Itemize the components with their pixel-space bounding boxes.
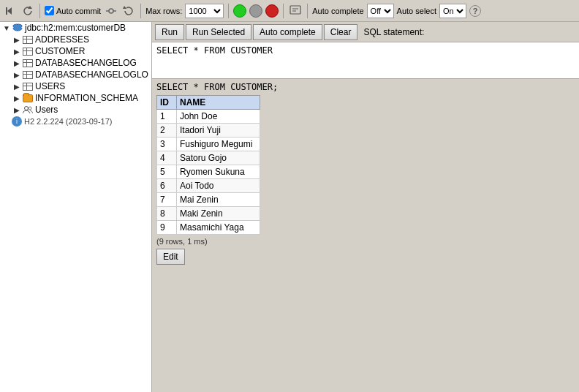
cell-id: 5 [157, 165, 177, 179]
info-schema-expander: ▶ [12, 94, 22, 102]
table-row: 2Itadori Yuji [157, 124, 260, 137]
stop-btn-red[interactable] [265, 4, 279, 18]
auto-commit-label: Auto commit [56, 7, 101, 15]
db-label: jdbc:h2:mem:customerDB [25, 23, 126, 33]
auto-select-select[interactable]: On Off [439, 4, 466, 18]
db-node[interactable]: ▼ jdbc:h2:mem:customerDB [0, 22, 151, 34]
sep1 [39, 4, 40, 18]
svg-point-10 [25, 107, 29, 110]
cell-name: Aoi Todo [177, 179, 260, 193]
sql-query-text: SELECT * FROM CUSTOMER [156, 45, 273, 56]
sep2 [140, 4, 141, 18]
back-icon[interactable] [3, 4, 18, 18]
addresses-label: ADDRESSES [35, 34, 89, 45]
col-header-name: NAME [177, 96, 260, 110]
table-row: 3Fushiguro Megumi [157, 137, 260, 151]
addresses-expander: ▶ [12, 36, 22, 44]
cell-id: 6 [157, 179, 177, 193]
edit-button[interactable]: Edit [156, 249, 185, 265]
sql-statement-label: SQL statement: [363, 27, 424, 37]
cell-id: 9 [157, 221, 177, 235]
results-info: (9 rows, 1 ms) [156, 237, 575, 246]
tree-item-addresses[interactable]: ▶ ADDRESSES [0, 34, 151, 45]
cell-name: Satoru Gojo [177, 151, 260, 165]
run-selected-button[interactable]: Run Selected [186, 24, 251, 40]
cell-name: Fushiguro Megumi [177, 137, 260, 151]
svg-point-11 [29, 107, 31, 110]
help-icon[interactable]: ? [469, 5, 481, 17]
dbchangelog-label: DATABASECHANGELOG [35, 58, 137, 68]
main-area: ▼ jdbc:h2:mem:customerDB ▶ ADDRESSES ▶ [0, 22, 579, 392]
users-node-expander: ▶ [12, 106, 22, 114]
run-btn-gray[interactable] [249, 4, 262, 18]
table-icon-dbchangelog [22, 58, 34, 68]
table-row: 7Mai Zenin [157, 193, 260, 207]
version-icon: i [12, 116, 22, 127]
cell-id: 4 [157, 151, 177, 165]
tree-item-info-schema[interactable]: ▶ INFORMATION_SCHEMA [0, 92, 151, 104]
rollback-icon[interactable] [121, 4, 136, 18]
cell-id: 7 [157, 193, 177, 207]
clear-button[interactable]: Clear [324, 24, 358, 40]
export-icon[interactable] [288, 4, 303, 18]
tree-item-users-table[interactable]: ▶ USERS [0, 80, 151, 92]
table-row: 8Maki Zenin [157, 207, 260, 221]
users-node-label: Users [35, 105, 58, 115]
svg-marker-5 [123, 6, 126, 9]
table-row: 6Aoi Todo [157, 179, 260, 193]
dbchangeloglo-label: DATABASECHANGELOGLO [35, 69, 148, 80]
svg-point-2 [109, 9, 113, 13]
cell-name: Maki Zenin [177, 207, 260, 221]
cell-id: 8 [157, 207, 177, 221]
sql-editor[interactable]: SELECT * FROM CUSTOMER [152, 42, 579, 79]
table-icon-users [22, 81, 34, 91]
sep3 [228, 4, 229, 18]
auto-complete-button[interactable]: Auto complete [253, 24, 322, 40]
results-query: SELECT * FROM CUSTOMER; [156, 82, 575, 92]
svg-rect-6 [290, 6, 300, 14]
cell-name: John Doe [177, 110, 260, 124]
main-toolbar: Auto commit Max rows: 1000 500 100 10000… [0, 0, 579, 22]
commit-icon[interactable] [104, 4, 118, 18]
results-table: ID NAME 1John Doe2Itadori Yuji3Fushiguro… [156, 95, 260, 235]
tree-item-users-node[interactable]: ▶ Users [0, 104, 151, 116]
tree-item-dbchangeloglo[interactable]: ▶ DATABASECHANGELOGLO [0, 69, 151, 80]
db-expander: ▼ [1, 24, 12, 32]
db-icon [12, 23, 23, 33]
max-rows-label: Max rows: [145, 7, 182, 15]
table-row: 1John Doe [157, 110, 260, 124]
folder-icon-info-schema [22, 93, 34, 103]
results-area: SELECT * FROM CUSTOMER; ID NAME 1John Do… [152, 79, 579, 392]
tree-item-customer[interactable]: ▶ CUSTOMER [0, 45, 151, 57]
sql-toolbar: Run Run Selected Auto complete Clear SQL… [152, 22, 579, 42]
table-icon-dbchangeloglo [22, 69, 34, 80]
cell-name: Itadori Yuji [177, 124, 260, 137]
refresh-icon[interactable] [20, 4, 35, 18]
cell-id: 3 [157, 137, 177, 151]
cell-id: 1 [157, 110, 177, 124]
run-btn-green[interactable] [233, 4, 246, 18]
dbchangelog-expander: ▶ [12, 59, 22, 67]
customer-label: CUSTOMER [35, 46, 85, 56]
run-button[interactable]: Run [155, 24, 184, 40]
table-row: 4Satoru Gojo [157, 151, 260, 165]
users-table-expander: ▶ [12, 83, 22, 91]
table-row: 9Masamichi Yaga [157, 221, 260, 235]
tree-item-dbchangelog[interactable]: ▶ DATABASECHANGELOG [0, 57, 151, 69]
table-icon-customer [22, 46, 34, 56]
left-panel: ▼ jdbc:h2:mem:customerDB ▶ ADDRESSES ▶ [0, 22, 152, 392]
cell-name: Mai Zenin [177, 193, 260, 207]
cell-name: Masamichi Yaga [177, 221, 260, 235]
auto-commit-checkbox[interactable] [45, 6, 54, 15]
max-rows-select[interactable]: 1000 500 100 10000 [185, 4, 224, 18]
version-item: i H2 2.2.224 (2023-09-17) [0, 116, 151, 127]
table-row: 5Ryomen Sukuna [157, 165, 260, 179]
auto-complete-select[interactable]: Off On [367, 4, 394, 18]
auto-commit-checkbox-container: Auto commit [45, 6, 101, 15]
dbchangeloglo-expander: ▶ [12, 71, 22, 79]
cell-name: Ryomen Sukuna [177, 165, 260, 179]
customer-expander: ▶ [12, 48, 22, 56]
table-icon-addresses [22, 34, 34, 45]
version-label: H2 2.2.224 (2023-09-17) [24, 117, 112, 126]
auto-select-label: Auto select [397, 7, 436, 15]
